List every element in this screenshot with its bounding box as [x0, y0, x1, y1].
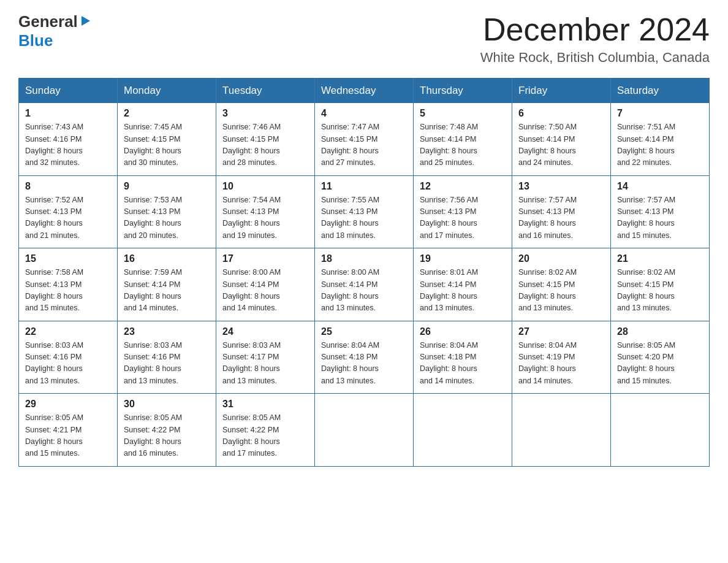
day-number: 1 — [25, 108, 111, 119]
day-info: Sunrise: 8:00 AM Sunset: 4:14 PM Dayligh… — [321, 267, 407, 315]
week-row-2: 8 Sunrise: 7:52 AM Sunset: 4:13 PM Dayli… — [19, 175, 710, 248]
day-info: Sunrise: 7:53 AM Sunset: 4:13 PM Dayligh… — [124, 194, 210, 242]
calendar-cell: 28 Sunrise: 8:05 AM Sunset: 4:20 PM Dayl… — [611, 321, 710, 394]
calendar-cell: 15 Sunrise: 7:58 AM Sunset: 4:13 PM Dayl… — [19, 248, 118, 321]
day-number: 4 — [321, 108, 407, 119]
calendar-cell: 23 Sunrise: 8:03 AM Sunset: 4:16 PM Dayl… — [118, 321, 216, 394]
day-number: 12 — [420, 181, 506, 192]
calendar-cell: 4 Sunrise: 7:47 AM Sunset: 4:15 PM Dayli… — [315, 103, 414, 175]
logo: General Blue — [18, 12, 91, 50]
day-number: 2 — [124, 108, 210, 119]
day-number: 10 — [222, 181, 308, 192]
day-info: Sunrise: 8:04 AM Sunset: 4:18 PM Dayligh… — [321, 340, 407, 388]
day-info: Sunrise: 7:56 AM Sunset: 4:13 PM Dayligh… — [420, 194, 506, 242]
calendar-cell: 22 Sunrise: 8:03 AM Sunset: 4:16 PM Dayl… — [19, 321, 118, 394]
day-info: Sunrise: 8:05 AM Sunset: 4:20 PM Dayligh… — [617, 340, 703, 388]
header-tuesday: Tuesday — [216, 79, 315, 104]
header-monday: Monday — [118, 79, 216, 104]
day-info: Sunrise: 7:55 AM Sunset: 4:13 PM Dayligh… — [321, 194, 407, 242]
header-thursday: Thursday — [414, 79, 512, 104]
day-info: Sunrise: 8:02 AM Sunset: 4:15 PM Dayligh… — [617, 267, 703, 315]
week-row-4: 22 Sunrise: 8:03 AM Sunset: 4:16 PM Dayl… — [19, 321, 710, 394]
day-info: Sunrise: 8:03 AM Sunset: 4:16 PM Dayligh… — [25, 340, 111, 388]
logo-arrow-icon — [79, 15, 91, 27]
calendar-cell: 27 Sunrise: 8:04 AM Sunset: 4:19 PM Dayl… — [512, 321, 611, 394]
day-number: 24 — [222, 326, 308, 337]
day-number: 23 — [124, 326, 210, 337]
calendar-cell: 19 Sunrise: 8:01 AM Sunset: 4:14 PM Dayl… — [414, 248, 512, 321]
day-number: 5 — [420, 108, 506, 119]
calendar-cell: 24 Sunrise: 8:03 AM Sunset: 4:17 PM Dayl… — [216, 321, 315, 394]
day-number: 18 — [321, 253, 407, 264]
header-saturday: Saturday — [611, 79, 710, 104]
logo-blue-text: Blue — [18, 31, 53, 50]
day-info: Sunrise: 7:59 AM Sunset: 4:14 PM Dayligh… — [124, 267, 210, 315]
calendar-cell: 14 Sunrise: 7:57 AM Sunset: 4:13 PM Dayl… — [611, 175, 710, 248]
svg-marker-0 — [82, 16, 90, 26]
day-number: 17 — [222, 253, 308, 264]
location-title: White Rock, British Columbia, Canada — [480, 50, 710, 66]
calendar-cell: 7 Sunrise: 7:51 AM Sunset: 4:14 PM Dayli… — [611, 103, 710, 175]
header-wednesday: Wednesday — [315, 79, 414, 104]
header-sunday: Sunday — [19, 79, 118, 104]
calendar-cell: 21 Sunrise: 8:02 AM Sunset: 4:15 PM Dayl… — [611, 248, 710, 321]
day-info: Sunrise: 7:58 AM Sunset: 4:13 PM Dayligh… — [25, 267, 111, 315]
calendar-table: SundayMondayTuesdayWednesdayThursdayFrid… — [18, 78, 710, 467]
title-area: December 2024 White Rock, British Columb… — [480, 12, 710, 66]
week-row-1: 1 Sunrise: 7:43 AM Sunset: 4:16 PM Dayli… — [19, 103, 710, 175]
week-row-3: 15 Sunrise: 7:58 AM Sunset: 4:13 PM Dayl… — [19, 248, 710, 321]
day-info: Sunrise: 7:57 AM Sunset: 4:13 PM Dayligh… — [518, 194, 604, 242]
day-info: Sunrise: 8:05 AM Sunset: 4:22 PM Dayligh… — [222, 412, 308, 460]
calendar-cell: 29 Sunrise: 8:05 AM Sunset: 4:21 PM Dayl… — [19, 394, 118, 467]
calendar-cell: 31 Sunrise: 8:05 AM Sunset: 4:22 PM Dayl… — [216, 394, 315, 467]
day-number: 21 — [617, 253, 703, 264]
day-info: Sunrise: 7:54 AM Sunset: 4:13 PM Dayligh… — [222, 194, 308, 242]
day-number: 25 — [321, 326, 407, 337]
day-info: Sunrise: 7:43 AM Sunset: 4:16 PM Dayligh… — [25, 121, 111, 169]
calendar-cell: 5 Sunrise: 7:48 AM Sunset: 4:14 PM Dayli… — [414, 103, 512, 175]
day-number: 7 — [617, 108, 703, 119]
calendar-cell: 3 Sunrise: 7:46 AM Sunset: 4:15 PM Dayli… — [216, 103, 315, 175]
day-info: Sunrise: 7:46 AM Sunset: 4:15 PM Dayligh… — [222, 121, 308, 169]
header-friday: Friday — [512, 79, 611, 104]
day-info: Sunrise: 8:05 AM Sunset: 4:22 PM Dayligh… — [124, 412, 210, 460]
logo-general-text: General — [18, 12, 78, 31]
day-number: 13 — [518, 181, 604, 192]
day-info: Sunrise: 7:48 AM Sunset: 4:14 PM Dayligh… — [420, 121, 506, 169]
day-info: Sunrise: 8:02 AM Sunset: 4:15 PM Dayligh… — [518, 267, 604, 315]
day-number: 19 — [420, 253, 506, 264]
day-number: 28 — [617, 326, 703, 337]
month-title: December 2024 — [480, 12, 710, 47]
calendar-cell: 6 Sunrise: 7:50 AM Sunset: 4:14 PM Dayli… — [512, 103, 611, 175]
day-number: 30 — [124, 399, 210, 410]
day-number: 31 — [222, 399, 308, 410]
day-info: Sunrise: 7:57 AM Sunset: 4:13 PM Dayligh… — [617, 194, 703, 242]
day-info: Sunrise: 7:47 AM Sunset: 4:15 PM Dayligh… — [321, 121, 407, 169]
day-info: Sunrise: 8:00 AM Sunset: 4:14 PM Dayligh… — [222, 267, 308, 315]
week-row-5: 29 Sunrise: 8:05 AM Sunset: 4:21 PM Dayl… — [19, 394, 710, 467]
day-info: Sunrise: 8:04 AM Sunset: 4:18 PM Dayligh… — [420, 340, 506, 388]
calendar-cell: 25 Sunrise: 8:04 AM Sunset: 4:18 PM Dayl… — [315, 321, 414, 394]
day-info: Sunrise: 7:51 AM Sunset: 4:14 PM Dayligh… — [617, 121, 703, 169]
calendar-header-row: SundayMondayTuesdayWednesdayThursdayFrid… — [19, 79, 710, 104]
day-info: Sunrise: 7:45 AM Sunset: 4:15 PM Dayligh… — [124, 121, 210, 169]
calendar-cell — [414, 394, 512, 467]
calendar-cell: 2 Sunrise: 7:45 AM Sunset: 4:15 PM Dayli… — [118, 103, 216, 175]
calendar-cell: 20 Sunrise: 8:02 AM Sunset: 4:15 PM Dayl… — [512, 248, 611, 321]
day-info: Sunrise: 8:05 AM Sunset: 4:21 PM Dayligh… — [25, 412, 111, 460]
calendar-cell: 18 Sunrise: 8:00 AM Sunset: 4:14 PM Dayl… — [315, 248, 414, 321]
day-number: 15 — [25, 253, 111, 264]
day-number: 29 — [25, 399, 111, 410]
calendar-cell — [512, 394, 611, 467]
calendar-cell: 16 Sunrise: 7:59 AM Sunset: 4:14 PM Dayl… — [118, 248, 216, 321]
calendar-cell: 30 Sunrise: 8:05 AM Sunset: 4:22 PM Dayl… — [118, 394, 216, 467]
day-info: Sunrise: 8:03 AM Sunset: 4:17 PM Dayligh… — [222, 340, 308, 388]
day-info: Sunrise: 8:04 AM Sunset: 4:19 PM Dayligh… — [518, 340, 604, 388]
calendar-cell: 11 Sunrise: 7:55 AM Sunset: 4:13 PM Dayl… — [315, 175, 414, 248]
day-number: 20 — [518, 253, 604, 264]
day-number: 16 — [124, 253, 210, 264]
calendar-cell — [611, 394, 710, 467]
calendar-cell: 10 Sunrise: 7:54 AM Sunset: 4:13 PM Dayl… — [216, 175, 315, 248]
day-number: 6 — [518, 108, 604, 119]
calendar-cell — [315, 394, 414, 467]
